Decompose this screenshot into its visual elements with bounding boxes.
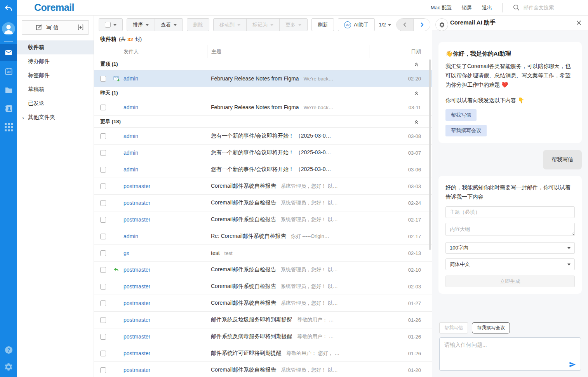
search-input[interactable]	[524, 5, 582, 10]
sidebar-item-5[interactable]: ›其他文件夹	[17, 110, 94, 124]
language-select[interactable]: 简体中文	[445, 258, 575, 270]
sender-link[interactable]: admin	[124, 150, 138, 156]
sidebar-item-4[interactable]: 已发送	[17, 96, 94, 110]
email-row[interactable]: admin您有一个新的事件/会议即将开始！ （2025-03-0…03-07	[94, 145, 432, 161]
mark-as-button[interactable]: 标记为	[246, 19, 279, 31]
ai-question-input[interactable]	[439, 337, 581, 371]
send-icon[interactable]	[569, 361, 576, 368]
ai-assistant-button[interactable]: AIAI助手	[338, 19, 374, 31]
sender-link[interactable]: postmaster	[124, 367, 150, 373]
row-checkbox[interactable]	[100, 167, 106, 173]
sender-link[interactable]: postmaster	[124, 200, 150, 206]
email-row[interactable]: admin您有一个新的事件/会议即将开始！ （2025-03-0…03-08	[94, 128, 432, 145]
row-checkbox[interactable]	[100, 234, 106, 239]
sender-link[interactable]: postmaster	[124, 283, 150, 290]
row-checkbox[interactable]	[100, 317, 106, 323]
select-all-checkbox[interactable]	[99, 19, 122, 31]
row-checkbox[interactable]	[100, 367, 106, 373]
list-settings-gear-icon[interactable]	[435, 18, 448, 31]
suggestion-chip[interactable]: 帮我写信	[445, 109, 477, 121]
email-row[interactable]: postmasterCoremail邮件系统自检报告系统管理员，您好！ 以…02…	[94, 278, 432, 295]
sender-link[interactable]: admin	[124, 133, 138, 139]
row-checkbox[interactable]	[100, 76, 106, 82]
email-row[interactable]: postmasterCoremail邮件系统自检报告系统管理员，您好！ 以…02…	[94, 262, 432, 278]
sender-link[interactable]: admin	[124, 75, 138, 82]
quick-button[interactable]: 帮我写信	[439, 322, 468, 333]
row-checkbox[interactable]	[100, 133, 106, 139]
length-select[interactable]: 100字内	[445, 242, 575, 254]
email-row[interactable]: adminFebruary Release Notes from FigmaWe…	[94, 99, 432, 116]
apps-grid-icon[interactable]	[0, 119, 17, 136]
sender-link[interactable]: postmaster	[124, 183, 150, 189]
compose-button[interactable]: 写 信	[22, 21, 72, 34]
suggestion-chip[interactable]: 帮我撰写会议	[445, 125, 487, 136]
collapse-icon[interactable]	[414, 62, 419, 67]
row-checkbox[interactable]	[100, 250, 106, 256]
sender-link[interactable]: admin	[124, 166, 138, 173]
column-subject[interactable]: 主题	[207, 45, 369, 58]
row-checkbox[interactable]	[100, 284, 106, 290]
collapse-icon[interactable]	[414, 91, 419, 96]
delete-button[interactable]: 删除	[187, 19, 209, 31]
sender-link[interactable]: postmaster	[124, 216, 150, 223]
generate-now-button[interactable]: 立即生成	[445, 276, 575, 287]
refresh-button[interactable]: 刷新	[312, 19, 334, 31]
sender-link[interactable]: postmaster	[124, 300, 150, 306]
more-button[interactable]: 更多	[279, 19, 307, 31]
sidebar-item-2[interactable]: 标签邮件	[17, 68, 94, 82]
contacts-icon[interactable]	[0, 100, 17, 117]
email-row[interactable]: postmaster邮件系统反垃圾服务即将到期提醒尊敬的用户： …01-26	[94, 312, 432, 328]
calendar-icon[interactable]: 30	[0, 63, 17, 80]
sidebar-item-1[interactable]: 待办邮件	[17, 54, 94, 68]
mail-subject-input[interactable]	[445, 206, 575, 218]
sort-button[interactable]: 排序	[127, 19, 155, 31]
menu-mac-config[interactable]: Mac 配置	[431, 4, 452, 11]
avatar[interactable]	[0, 20, 17, 37]
collapse-icon[interactable]	[414, 119, 419, 124]
column-date[interactable]: 日期	[369, 45, 432, 58]
folder-icon[interactable]	[0, 81, 17, 98]
move-to-button[interactable]: 移动到	[214, 19, 246, 31]
page-indicator[interactable]: 1/2	[379, 22, 391, 28]
receive-mail-button[interactable]	[72, 21, 89, 34]
scrollbar-thumb[interactable]	[429, 59, 431, 250]
help-icon[interactable]: ?	[0, 341, 17, 358]
sender-link[interactable]: postmaster	[124, 267, 150, 273]
search-icon[interactable]	[513, 4, 520, 11]
menu-logout[interactable]: 退出	[482, 4, 492, 11]
undo-icon[interactable]	[0, 0, 17, 17]
row-checkbox[interactable]	[100, 217, 106, 223]
quick-button[interactable]: 帮我撰写会议	[472, 322, 510, 333]
sender-link[interactable]: admin	[124, 104, 138, 110]
email-row[interactable]: postmasterCoremail邮件系统自检报告系统管理员，您好！ 以…02…	[94, 195, 432, 211]
email-row[interactable]: postmaster邮件系统许可证即将到期提醒尊敬的用户： 您好， …01-26	[94, 345, 432, 362]
row-checkbox[interactable]	[100, 334, 106, 340]
next-page-button[interactable]	[413, 19, 430, 31]
sidebar-item-0[interactable]: 收件箱	[17, 40, 94, 54]
row-checkbox[interactable]	[100, 150, 106, 156]
email-row[interactable]: postmasterCoremail邮件系统自检报告系统管理员，您好！ 以…01…	[94, 295, 432, 312]
sidebar-item-3[interactable]: 草稿箱	[17, 82, 94, 96]
sender-link[interactable]: postmaster	[124, 317, 150, 323]
mail-icon[interactable]	[0, 44, 17, 61]
close-icon[interactable]	[576, 20, 582, 26]
settings-gear-icon[interactable]	[0, 358, 17, 375]
email-row[interactable]: admin您有一个新的事件/会议即将开始！ （2025-03-0…03-06	[94, 161, 432, 178]
email-row[interactable]: postmasterCoremail邮件系统自检报告系统管理员，您好！ 以…01…	[94, 362, 432, 377]
email-row[interactable]: gxtesttest02-13	[94, 245, 432, 262]
row-checkbox[interactable]	[100, 300, 106, 306]
column-sender[interactable]: 发件人	[94, 45, 207, 58]
sender-link[interactable]: gx	[124, 250, 129, 256]
row-checkbox[interactable]	[100, 200, 106, 206]
sender-link[interactable]: postmaster	[124, 350, 150, 356]
sender-link[interactable]: postmaster	[124, 333, 150, 340]
email-row[interactable]: adminFebruary Release Notes from FigmaWe…	[94, 70, 432, 87]
row-checkbox[interactable]	[100, 351, 106, 356]
row-checkbox[interactable]	[100, 105, 106, 110]
sender-link[interactable]: admin	[124, 233, 138, 239]
row-checkbox[interactable]	[100, 267, 106, 273]
email-row[interactable]: postmasterCoremail邮件系统自检报告系统管理员，您好！ 以…03…	[94, 178, 432, 195]
mail-outline-textarea[interactable]	[445, 223, 575, 236]
row-checkbox[interactable]	[100, 183, 106, 189]
prev-page-button[interactable]	[397, 19, 413, 31]
